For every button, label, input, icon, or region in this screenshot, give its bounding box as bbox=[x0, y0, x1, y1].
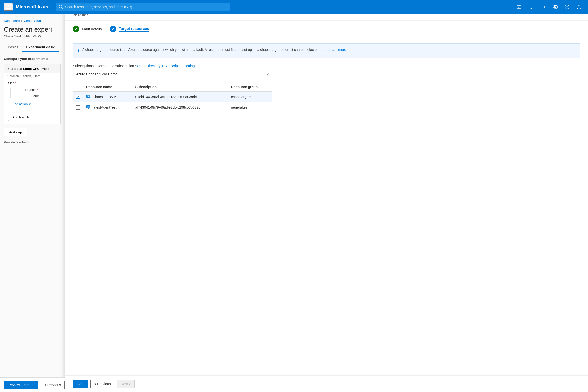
svg-text:▶: ▶ bbox=[88, 106, 89, 108]
page-content: Dashboard › Chaos Studio Create an exper… bbox=[0, 14, 65, 392]
breadcrumb-chaos-studio[interactable]: Chaos Studio bbox=[24, 19, 43, 23]
page-subtitle: Chaos Studio | PREVIEW bbox=[4, 34, 60, 38]
add-action-button[interactable]: ＋ Add action ∨ bbox=[8, 100, 31, 108]
step-header[interactable]: ∧ Step 1: Linux CPU Press bbox=[4, 64, 60, 73]
tab-bar: Basics Experiment desig bbox=[4, 43, 60, 52]
page-title: Create an experi bbox=[4, 26, 60, 34]
row2-name-cell: ▶ latestAgentTest bbox=[83, 102, 132, 113]
account-icon[interactable] bbox=[574, 2, 584, 12]
provide-feedback: Provide feedback bbox=[4, 140, 60, 144]
breadcrumb: Dashboard › Chaos Studio bbox=[4, 19, 60, 23]
svg-line-1 bbox=[61, 8, 63, 9]
review-create-button[interactable]: Review + create bbox=[4, 381, 38, 389]
previous-button[interactable]: < Previous bbox=[90, 380, 115, 388]
subscription-label: Subscriptions - Don't see a subscription… bbox=[73, 64, 580, 68]
row1-checkbox[interactable] bbox=[76, 94, 80, 99]
row2-checkbox[interactable] bbox=[76, 105, 80, 110]
info-text: A chaos target resource is an Azure reso… bbox=[82, 48, 328, 52]
step-meta: 1 branch, 0 action, 0 targ bbox=[4, 73, 60, 78]
panel-steps: ✓ Fault details ✓ Target resources bbox=[65, 21, 588, 38]
table-row[interactable]: ▶ ChaosLinuxVM 018bf144-3a6d-4c13-b1d3-d… bbox=[73, 92, 272, 102]
step-title: Step 1: Linux CPU Press bbox=[11, 67, 49, 70]
notification-icon[interactable] bbox=[538, 2, 548, 12]
breadcrumb-dashboard[interactable]: Dashboard bbox=[4, 19, 20, 23]
nav-icons bbox=[514, 2, 584, 12]
row1-resource-group: chaostargets bbox=[228, 92, 272, 102]
add-step-button[interactable]: Add step bbox=[4, 128, 27, 136]
brand-logo: Microsoft Azure bbox=[16, 4, 49, 10]
branch-container: └─ Branch * Fault bbox=[10, 88, 56, 98]
vm-icon-1: ▶ bbox=[86, 94, 91, 100]
chevron-icon: ∧ bbox=[7, 67, 9, 70]
selected-subscription: Azure Chaos Studio Demo bbox=[76, 72, 117, 76]
row1-checkbox-cell bbox=[73, 92, 83, 102]
svg-point-10 bbox=[578, 5, 580, 7]
svg-rect-19 bbox=[88, 108, 89, 109]
step-field: Step * bbox=[8, 81, 56, 85]
table-row[interactable]: ▶ latestAgentTest af743041-9b79-46ad-92c… bbox=[73, 102, 272, 113]
search-icon bbox=[59, 5, 63, 9]
row1-subscription: 018bf144-3a6d-4c13-b1d3-d100a03adc... bbox=[132, 92, 228, 102]
main-layout: Dashboard › Chaos Studio Create an exper… bbox=[0, 14, 588, 392]
resources-table: Resource name Subscription Resource grou… bbox=[73, 82, 272, 113]
tab-basics[interactable]: Basics bbox=[4, 43, 22, 52]
fault-label: Fault bbox=[14, 94, 56, 98]
step-name-1: Fault details bbox=[82, 27, 102, 31]
svg-rect-4 bbox=[529, 5, 533, 8]
dropdown-chevron-icon: ∨ bbox=[266, 72, 269, 76]
svg-point-0 bbox=[59, 5, 62, 8]
row1-name-cell: ▶ ChaosLinuxVM bbox=[83, 92, 132, 102]
step-field-label: Step * bbox=[8, 81, 56, 85]
next-button: Next > bbox=[117, 380, 135, 388]
top-navigation: Microsoft Azure bbox=[0, 0, 588, 14]
col-checkbox bbox=[73, 82, 83, 92]
bottom-bar: Review + create < Previous bbox=[0, 377, 65, 392]
subscription-select[interactable]: Azure Chaos Studio Demo ∨ bbox=[73, 70, 272, 78]
row2-subscription: af743041-9b79-46ad-92cb-c298c57b632c bbox=[132, 102, 228, 113]
info-icon: ℹ bbox=[77, 48, 79, 54]
panel-footer: Add < Previous Next > bbox=[65, 375, 588, 392]
step-body: Step * └─ Branch * Fault ＋ Add action ∨ bbox=[4, 78, 60, 124]
add-branch-button[interactable]: Add branch bbox=[8, 114, 33, 121]
svg-point-9 bbox=[567, 8, 567, 8]
feedback-icon[interactable] bbox=[526, 2, 536, 12]
row1-resource-name: ChaosLinuxVM bbox=[93, 95, 116, 99]
step-box: ∧ Step 1: Linux CPU Press 1 branch, 0 ac… bbox=[4, 64, 60, 124]
bottom-prev-button[interactable]: < Previous bbox=[41, 380, 65, 389]
vm-icon-2: ▶ bbox=[86, 105, 91, 110]
panel-step-fault-details[interactable]: ✓ Fault details bbox=[73, 26, 102, 32]
info-box: ℹ A chaos target resource is an Azure re… bbox=[73, 44, 580, 58]
col-resource-name: Resource name bbox=[83, 82, 132, 92]
col-subscription: Subscription bbox=[132, 82, 228, 92]
branch-label: └─ Branch * bbox=[14, 88, 56, 92]
step-name-2: Target resources bbox=[119, 26, 149, 32]
step-circle-2: ✓ bbox=[110, 26, 116, 32]
help-icon[interactable] bbox=[562, 2, 572, 12]
row2-resource-group: generaltest bbox=[228, 102, 272, 113]
add-button[interactable]: Add bbox=[73, 380, 88, 388]
search-box[interactable] bbox=[55, 3, 230, 11]
learn-more-link[interactable]: Learn more bbox=[329, 48, 346, 52]
menu-button[interactable] bbox=[4, 3, 13, 11]
svg-text:▶: ▶ bbox=[88, 96, 89, 97]
table-header-row: Resource name Subscription Resource grou… bbox=[73, 82, 272, 92]
search-input[interactable] bbox=[65, 5, 227, 9]
step-circle-1: ✓ bbox=[73, 26, 79, 32]
terminal-icon[interactable] bbox=[514, 2, 524, 12]
row2-resource-name: latestAgentTest bbox=[93, 106, 117, 110]
subscription-row: Subscriptions - Don't see a subscription… bbox=[73, 64, 580, 78]
panel-step-target-resources[interactable]: ✓ Target resources bbox=[110, 26, 149, 32]
col-resource-group: Resource group bbox=[228, 82, 272, 92]
add-fault-panel: Add fault PREVIEW × ✓ Fault details ✓ Ta… bbox=[65, 0, 588, 392]
svg-rect-14 bbox=[88, 98, 89, 98]
open-directory-link[interactable]: Open Directory + Subscription settings bbox=[137, 64, 196, 68]
svg-point-7 bbox=[554, 6, 556, 8]
panel-body: ℹ A chaos target resource is an Azure re… bbox=[65, 38, 588, 375]
settings-icon[interactable] bbox=[550, 2, 560, 12]
row2-checkbox-cell bbox=[73, 102, 83, 113]
section-configure: Configure your experiment b bbox=[4, 57, 60, 60]
tab-experiment-design[interactable]: Experiment desig bbox=[22, 43, 59, 52]
